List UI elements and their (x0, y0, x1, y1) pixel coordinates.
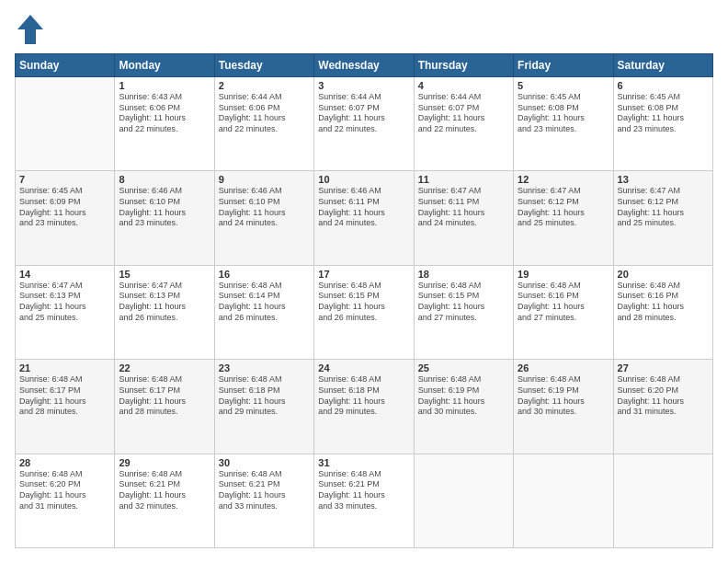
day-info: Sunrise: 6:43 AM Sunset: 6:06 PM Dayligh… (119, 92, 210, 135)
calendar-cell: 9Sunrise: 6:46 AM Sunset: 6:10 PM Daylig… (214, 171, 313, 265)
calendar-week-row: 1Sunrise: 6:43 AM Sunset: 6:06 PM Daylig… (16, 77, 713, 171)
day-info: Sunrise: 6:47 AM Sunset: 6:12 PM Dayligh… (518, 186, 609, 229)
calendar-cell: 27Sunrise: 6:48 AM Sunset: 6:20 PM Dayli… (613, 360, 712, 454)
day-number: 1 (119, 80, 210, 91)
calendar-cell: 26Sunrise: 6:48 AM Sunset: 6:19 PM Dayli… (514, 360, 613, 454)
day-info: Sunrise: 6:44 AM Sunset: 6:07 PM Dayligh… (318, 92, 409, 135)
calendar-week-row: 21Sunrise: 6:48 AM Sunset: 6:17 PM Dayli… (16, 360, 713, 454)
day-info: Sunrise: 6:48 AM Sunset: 6:21 PM Dayligh… (219, 469, 310, 512)
weekday-header: Sunday (16, 54, 115, 77)
day-info: Sunrise: 6:47 AM Sunset: 6:13 PM Dayligh… (19, 281, 110, 324)
weekday-header: Saturday (613, 54, 712, 77)
day-number: 5 (518, 80, 609, 91)
day-info: Sunrise: 6:47 AM Sunset: 6:11 PM Dayligh… (418, 186, 509, 229)
calendar-cell: 24Sunrise: 6:48 AM Sunset: 6:18 PM Dayli… (314, 360, 414, 454)
day-info: Sunrise: 6:48 AM Sunset: 6:15 PM Dayligh… (318, 281, 409, 324)
day-number: 31 (318, 457, 409, 468)
calendar-week-row: 14Sunrise: 6:47 AM Sunset: 6:13 PM Dayli… (16, 265, 713, 359)
calendar-cell: 6Sunrise: 6:45 AM Sunset: 6:08 PM Daylig… (613, 77, 712, 171)
calendar-week-row: 28Sunrise: 6:48 AM Sunset: 6:20 PM Dayli… (16, 454, 713, 547)
calendar-cell: 28Sunrise: 6:48 AM Sunset: 6:20 PM Dayli… (16, 454, 115, 547)
calendar-cell: 13Sunrise: 6:47 AM Sunset: 6:12 PM Dayli… (613, 171, 712, 265)
calendar-cell: 16Sunrise: 6:48 AM Sunset: 6:14 PM Dayli… (214, 265, 313, 359)
day-info: Sunrise: 6:44 AM Sunset: 6:07 PM Dayligh… (418, 92, 509, 135)
day-number: 20 (618, 269, 709, 280)
day-number: 27 (618, 362, 709, 373)
calendar-body: 1Sunrise: 6:43 AM Sunset: 6:06 PM Daylig… (16, 77, 713, 548)
calendar-cell: 31Sunrise: 6:48 AM Sunset: 6:21 PM Dayli… (314, 454, 414, 547)
day-info: Sunrise: 6:48 AM Sunset: 6:21 PM Dayligh… (318, 469, 409, 512)
calendar-cell (414, 454, 513, 547)
weekday-header: Friday (514, 54, 613, 77)
day-number: 11 (418, 174, 509, 185)
day-number: 9 (219, 174, 310, 185)
day-info: Sunrise: 6:48 AM Sunset: 6:18 PM Dayligh… (318, 374, 409, 418)
calendar-cell: 12Sunrise: 6:47 AM Sunset: 6:12 PM Dayli… (514, 171, 613, 265)
calendar-cell: 10Sunrise: 6:46 AM Sunset: 6:11 PM Dayli… (314, 171, 414, 265)
day-number: 2 (219, 80, 310, 91)
day-info: Sunrise: 6:48 AM Sunset: 6:20 PM Dayligh… (618, 374, 709, 418)
day-number: 3 (318, 80, 409, 91)
day-info: Sunrise: 6:45 AM Sunset: 6:08 PM Dayligh… (618, 92, 709, 135)
page: SundayMondayTuesdayWednesdayThursdayFrid… (0, 0, 728, 563)
day-info: Sunrise: 6:48 AM Sunset: 6:17 PM Dayligh… (19, 374, 110, 418)
day-number: 22 (119, 362, 210, 373)
logo (15, 15, 43, 44)
day-info: Sunrise: 6:46 AM Sunset: 6:10 PM Dayligh… (219, 186, 310, 229)
day-info: Sunrise: 6:48 AM Sunset: 6:19 PM Dayligh… (518, 374, 609, 418)
day-number: 28 (19, 457, 110, 468)
day-number: 15 (119, 269, 210, 280)
day-number: 24 (318, 362, 409, 373)
day-number: 30 (219, 457, 310, 468)
calendar-cell: 18Sunrise: 6:48 AM Sunset: 6:15 PM Dayli… (414, 265, 513, 359)
calendar-cell: 21Sunrise: 6:48 AM Sunset: 6:17 PM Dayli… (16, 360, 115, 454)
calendar-week-row: 7Sunrise: 6:45 AM Sunset: 6:09 PM Daylig… (16, 171, 713, 265)
day-number: 12 (518, 174, 609, 185)
calendar-cell: 14Sunrise: 6:47 AM Sunset: 6:13 PM Dayli… (16, 265, 115, 359)
calendar-header-row: SundayMondayTuesdayWednesdayThursdayFrid… (16, 54, 713, 77)
day-info: Sunrise: 6:47 AM Sunset: 6:13 PM Dayligh… (119, 281, 210, 324)
day-number: 16 (219, 269, 310, 280)
calendar-cell: 11Sunrise: 6:47 AM Sunset: 6:11 PM Dayli… (414, 171, 513, 265)
weekday-header: Thursday (414, 54, 513, 77)
day-info: Sunrise: 6:48 AM Sunset: 6:21 PM Dayligh… (119, 469, 210, 512)
day-number: 29 (119, 457, 210, 468)
calendar-cell: 30Sunrise: 6:48 AM Sunset: 6:21 PM Dayli… (214, 454, 313, 547)
calendar-cell: 15Sunrise: 6:47 AM Sunset: 6:13 PM Dayli… (115, 265, 214, 359)
day-info: Sunrise: 6:48 AM Sunset: 6:14 PM Dayligh… (219, 281, 310, 324)
day-number: 18 (418, 269, 509, 280)
day-info: Sunrise: 6:45 AM Sunset: 6:09 PM Dayligh… (19, 186, 110, 229)
calendar-cell: 1Sunrise: 6:43 AM Sunset: 6:06 PM Daylig… (115, 77, 214, 171)
calendar-cell: 20Sunrise: 6:48 AM Sunset: 6:16 PM Dayli… (613, 265, 712, 359)
day-number: 7 (19, 174, 110, 185)
day-info: Sunrise: 6:47 AM Sunset: 6:12 PM Dayligh… (618, 186, 709, 229)
calendar-cell: 7Sunrise: 6:45 AM Sunset: 6:09 PM Daylig… (16, 171, 115, 265)
day-info: Sunrise: 6:44 AM Sunset: 6:06 PM Dayligh… (219, 92, 310, 135)
day-number: 17 (318, 269, 409, 280)
calendar-cell: 5Sunrise: 6:45 AM Sunset: 6:08 PM Daylig… (514, 77, 613, 171)
day-number: 8 (119, 174, 210, 185)
calendar-cell: 19Sunrise: 6:48 AM Sunset: 6:16 PM Dayli… (514, 265, 613, 359)
day-number: 13 (618, 174, 709, 185)
calendar-cell: 4Sunrise: 6:44 AM Sunset: 6:07 PM Daylig… (414, 77, 513, 171)
day-info: Sunrise: 6:48 AM Sunset: 6:20 PM Dayligh… (19, 469, 110, 512)
day-number: 6 (618, 80, 709, 91)
calendar-cell: 8Sunrise: 6:46 AM Sunset: 6:10 PM Daylig… (115, 171, 214, 265)
day-number: 26 (518, 362, 609, 373)
calendar-cell: 23Sunrise: 6:48 AM Sunset: 6:18 PM Dayli… (214, 360, 313, 454)
calendar-cell (16, 77, 115, 171)
weekday-header: Wednesday (314, 54, 414, 77)
day-info: Sunrise: 6:48 AM Sunset: 6:16 PM Dayligh… (518, 281, 609, 324)
day-number: 21 (19, 362, 110, 373)
day-number: 4 (418, 80, 509, 91)
day-info: Sunrise: 6:48 AM Sunset: 6:19 PM Dayligh… (418, 374, 509, 418)
header (15, 15, 713, 44)
calendar-cell: 22Sunrise: 6:48 AM Sunset: 6:17 PM Dayli… (115, 360, 214, 454)
day-info: Sunrise: 6:46 AM Sunset: 6:10 PM Dayligh… (119, 186, 210, 229)
weekday-header: Monday (115, 54, 214, 77)
calendar-cell: 29Sunrise: 6:48 AM Sunset: 6:21 PM Dayli… (115, 454, 214, 547)
svg-marker-0 (17, 15, 43, 44)
day-info: Sunrise: 6:48 AM Sunset: 6:15 PM Dayligh… (418, 281, 509, 324)
weekday-header: Tuesday (214, 54, 313, 77)
day-info: Sunrise: 6:45 AM Sunset: 6:08 PM Dayligh… (518, 92, 609, 135)
